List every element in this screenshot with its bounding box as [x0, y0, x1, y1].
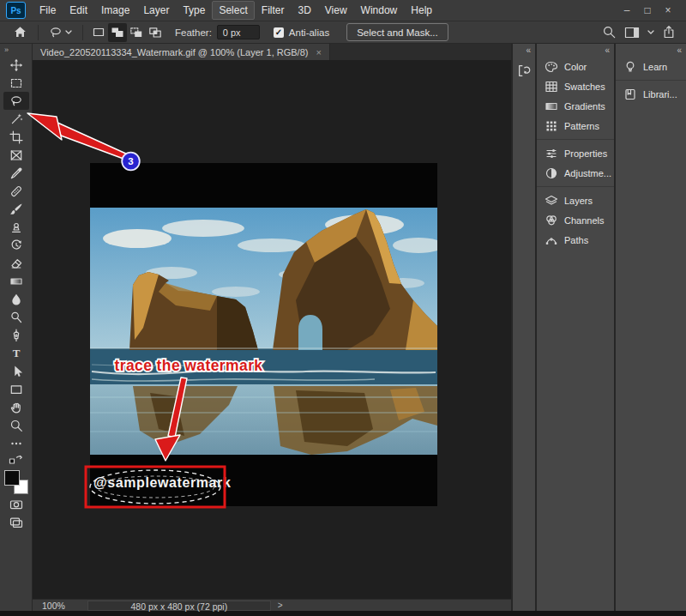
clone-stamp-tool[interactable]	[3, 218, 29, 236]
share-icon[interactable]	[662, 25, 676, 39]
svg-text:T: T	[12, 347, 20, 359]
collapse-panel-button[interactable]: «	[513, 44, 535, 57]
move-tool[interactable]	[3, 56, 29, 74]
home-button[interactable]	[9, 23, 32, 42]
foreground-background-colors[interactable]	[3, 469, 29, 495]
spot-healing-brush-tool[interactable]	[3, 182, 29, 200]
panel-item-adjustments[interactable]: Adjustme...	[537, 163, 614, 183]
history-brush-tool[interactable]	[3, 236, 29, 254]
libraries-book-icon	[623, 88, 637, 101]
lasso-icon	[49, 26, 63, 39]
brush-tool[interactable]	[3, 200, 29, 218]
panel-item-gradients[interactable]: Gradients	[537, 96, 614, 116]
dodge-tool[interactable]	[3, 308, 29, 326]
panel-item-properties[interactable]: Properties	[537, 143, 614, 163]
color-palette-icon	[545, 60, 558, 74]
lasso-tool[interactable]	[3, 92, 29, 110]
check-icon: ✓	[275, 27, 282, 37]
gradients-icon	[545, 100, 558, 113]
history-icon[interactable]	[517, 63, 532, 78]
new-selection-button[interactable]	[89, 23, 108, 42]
hand-tool[interactable]	[3, 398, 29, 416]
eraser-tool[interactable]	[3, 254, 29, 272]
edit-toolbar-button[interactable]	[3, 434, 29, 452]
panel-item-swatches[interactable]: Swatches	[537, 76, 614, 96]
menu-layer[interactable]: Layer	[136, 1, 176, 20]
screen-mode-button[interactable]	[3, 513, 29, 531]
document-image[interactable]: @samplewatermark	[90, 163, 437, 506]
panel-item-learn[interactable]: Learn	[616, 57, 686, 76]
toolbar-expand-button[interactable]: »	[0, 44, 9, 56]
foreground-color-swatch[interactable]	[4, 470, 20, 486]
magnifier-icon	[9, 419, 23, 432]
subtract-from-selection-button[interactable]	[127, 23, 146, 42]
rectangle-tool[interactable]	[3, 380, 29, 398]
panel-item-patterns[interactable]: Patterns	[537, 116, 614, 136]
panel-item-color[interactable]: Color	[537, 57, 614, 76]
type-tool[interactable]: T	[3, 344, 29, 362]
menu-file[interactable]: File	[33, 1, 63, 20]
panel-label: Gradients	[564, 101, 605, 112]
menu-image[interactable]: Image	[94, 1, 136, 20]
blur-drop-icon	[9, 293, 23, 306]
canvas-area[interactable]: @samplewatermark	[33, 60, 511, 599]
panel-item-libraries[interactable]: Librari...	[616, 84, 686, 104]
select-and-mask-button[interactable]: Select and Mask...	[346, 23, 448, 41]
eyedropper-icon	[9, 166, 23, 180]
eyedropper-tool[interactable]	[3, 164, 29, 182]
document-tab[interactable]: Video_220520113334_Watermark.gif @ 100% …	[33, 44, 330, 60]
blur-tool[interactable]	[3, 290, 29, 308]
collapse-panel-button[interactable]: «	[616, 44, 686, 57]
menu-view[interactable]: View	[318, 1, 354, 20]
close-icon[interactable]: ×	[660, 3, 676, 18]
status-chevron-icon[interactable]: >	[278, 601, 283, 610]
workspace: » T	[0, 44, 686, 611]
rectangular-marquee-tool[interactable]	[3, 74, 29, 92]
panel-item-layers[interactable]: Layers	[537, 190, 614, 210]
dodge-icon	[9, 311, 23, 324]
tab-close-icon[interactable]: ×	[316, 47, 321, 57]
search-icon[interactable]	[602, 25, 617, 39]
gradient-tool[interactable]	[3, 272, 29, 290]
menu-filter[interactable]: Filter	[255, 1, 292, 20]
chevron-down-icon[interactable]	[647, 30, 654, 35]
quick-mask-button[interactable]	[3, 495, 29, 513]
lightbulb-icon	[623, 60, 637, 74]
active-tool-preset[interactable]	[45, 23, 76, 42]
pen-tool[interactable]	[3, 326, 29, 344]
history-brush-icon	[9, 239, 23, 252]
swap-colors-button[interactable]	[3, 452, 29, 467]
beach-photo	[90, 163, 437, 506]
move-icon	[9, 58, 23, 72]
add-to-selection-button[interactable]	[108, 23, 127, 42]
panel-item-paths[interactable]: Paths	[537, 230, 614, 250]
collapse-panel-button[interactable]: «	[537, 44, 614, 57]
hand-icon	[9, 401, 23, 414]
workspace-icon[interactable]	[624, 27, 640, 39]
quick-selection-tool[interactable]	[3, 110, 29, 128]
menu-help[interactable]: Help	[404, 1, 439, 20]
panel-item-channels[interactable]: Channels	[537, 210, 614, 230]
panel-label: Color	[564, 62, 587, 72]
zoom-level[interactable]: 100%	[42, 601, 65, 611]
paths-icon	[545, 233, 558, 247]
document-size-info: 480 px x 480 px (72 ppi)	[87, 601, 271, 611]
maximize-icon[interactable]: □	[640, 3, 655, 18]
crop-tool[interactable]	[3, 128, 29, 146]
intersect-selection-button[interactable]	[146, 23, 165, 42]
menu-type[interactable]: Type	[176, 1, 212, 20]
menu-edit[interactable]: Edit	[63, 1, 94, 20]
separator	[38, 25, 39, 40]
feather-input[interactable]	[217, 25, 260, 39]
window-controls: – □ ×	[619, 3, 686, 18]
panel-divider	[537, 186, 614, 187]
frame-tool[interactable]	[3, 146, 29, 164]
minimize-icon[interactable]: –	[619, 3, 635, 18]
menu-window[interactable]: Window	[354, 1, 405, 20]
panel-icon-column: « Color Swatches Gradients Patterns	[535, 44, 614, 611]
menu-3d[interactable]: 3D	[291, 1, 317, 20]
anti-alias-checkbox[interactable]: ✓	[274, 27, 284, 38]
zoom-tool[interactable]	[3, 416, 29, 434]
menu-select[interactable]: Select	[212, 1, 254, 20]
path-selection-tool[interactable]	[3, 362, 29, 380]
